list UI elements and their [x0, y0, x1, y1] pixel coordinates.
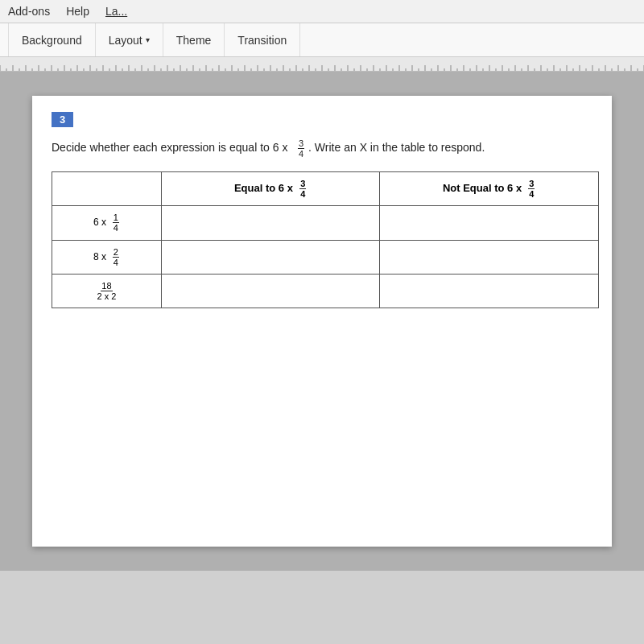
menu-bar: Add-ons Help La...: [0, 0, 644, 23]
slide-number-badge: 3: [52, 112, 73, 127]
transition-button[interactable]: Transition: [225, 23, 300, 56]
table-header-equal: Equal to 6 x 3 4: [161, 172, 380, 206]
table-row: 18 2 x 2: [52, 274, 599, 308]
layout-button[interactable]: Layout ▾: [96, 23, 163, 56]
layout-arrow-icon: ▾: [146, 35, 150, 44]
problem-text: Decide whether each expression is equal …: [52, 138, 592, 159]
table-cell-1-equal[interactable]: [161, 206, 380, 240]
table-row: 6 x 1 4: [52, 206, 599, 240]
table-cell-3-equal[interactable]: [161, 274, 380, 308]
theme-button[interactable]: Theme: [163, 23, 225, 56]
table-cell-2-notequal[interactable]: [380, 240, 599, 274]
table-header-not-equal: Not Equal to 6 x 3 4: [380, 172, 599, 206]
table-row: 8 x 2 4: [52, 240, 599, 274]
table-cell-2-equal[interactable]: [161, 240, 380, 274]
row-label-1: 6 x 1 4: [52, 206, 162, 240]
menu-addons[interactable]: Add-ons: [8, 5, 50, 18]
row-label-3: 18 2 x 2: [52, 274, 162, 308]
toolbar: Background Layout ▾ Theme Transition: [0, 23, 644, 57]
background-button[interactable]: Background: [8, 23, 96, 56]
table-header-empty: [52, 172, 162, 206]
row-label-2: 8 x 2 4: [52, 240, 162, 274]
table-cell-3-notequal[interactable]: [380, 274, 599, 308]
slide-area: 3 Decide whether each expression is equa…: [0, 72, 644, 571]
menu-la[interactable]: La...: [105, 5, 127, 18]
table-cell-1-notequal[interactable]: [380, 206, 599, 240]
menu-help[interactable]: Help: [66, 5, 89, 18]
math-table: Equal to 6 x 3 4 Not Equal to 6 x 3 4: [52, 171, 599, 308]
ruler: [0, 57, 644, 72]
problem-fraction: 3 4: [298, 138, 304, 159]
slide: 3 Decide whether each expression is equa…: [32, 96, 612, 547]
